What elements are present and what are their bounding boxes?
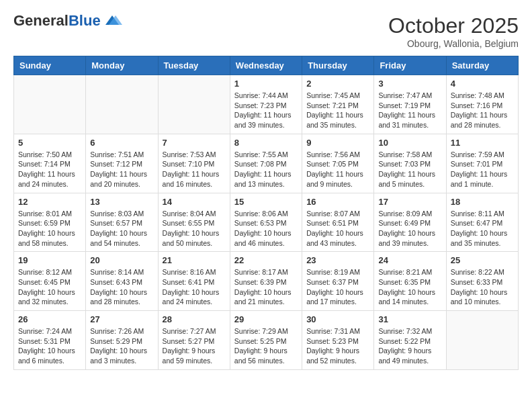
calendar-cell: 2Sunrise: 7:45 AMSunset: 7:21 PMDaylight… [302, 75, 374, 134]
day-info: Sunrise: 8:11 AMSunset: 6:47 PMDaylight:… [451, 209, 514, 248]
day-info: Sunrise: 7:29 AMSunset: 5:25 PMDaylight:… [234, 326, 298, 366]
day-info: Sunrise: 7:51 AMSunset: 7:12 PMDaylight:… [90, 150, 153, 189]
calendar-cell: 17Sunrise: 8:09 AMSunset: 6:49 PMDayligh… [374, 193, 446, 252]
calendar-cell: 23Sunrise: 8:19 AMSunset: 6:37 PMDayligh… [302, 252, 374, 311]
calendar-cell: 3Sunrise: 7:47 AMSunset: 7:19 PMDaylight… [374, 75, 446, 134]
day-number: 14 [163, 197, 226, 207]
col-monday: Monday [86, 56, 158, 75]
calendar-cell [446, 311, 518, 370]
logo-icon [102, 13, 122, 28]
calendar-cell: 29Sunrise: 7:29 AMSunset: 5:25 PMDayligh… [230, 311, 302, 370]
col-saturday: Saturday [446, 56, 518, 75]
calendar-week-3: 12Sunrise: 8:01 AMSunset: 6:59 PMDayligh… [14, 193, 519, 252]
calendar-cell: 5Sunrise: 7:50 AMSunset: 7:14 PMDaylight… [14, 134, 86, 193]
day-number: 7 [163, 138, 226, 148]
calendar-cell [86, 75, 158, 134]
title-area: October 2025 Obourg, Wallonia, Belgium [388, 13, 519, 49]
logo: GeneralBlue [13, 13, 122, 28]
calendar-cell: 21Sunrise: 8:16 AMSunset: 6:41 PMDayligh… [158, 252, 230, 311]
day-info: Sunrise: 7:48 AMSunset: 7:16 PMDaylight:… [451, 91, 514, 130]
day-number: 9 [306, 138, 369, 148]
day-number: 24 [378, 255, 441, 265]
day-info: Sunrise: 7:50 AMSunset: 7:14 PMDaylight:… [18, 150, 81, 189]
day-info: Sunrise: 8:04 AMSunset: 6:55 PMDaylight:… [163, 209, 226, 248]
calendar-week-1: 1Sunrise: 7:44 AMSunset: 7:23 PMDaylight… [14, 75, 519, 134]
day-info: Sunrise: 8:21 AMSunset: 6:35 PMDaylight:… [378, 267, 441, 307]
calendar-cell: 13Sunrise: 8:03 AMSunset: 6:57 PMDayligh… [86, 193, 158, 252]
calendar-cell: 10Sunrise: 7:58 AMSunset: 7:03 PMDayligh… [374, 134, 446, 193]
day-info: Sunrise: 7:31 AMSunset: 5:23 PMDaylight:… [306, 326, 369, 366]
page-header: GeneralBlue October 2025 Obourg, Walloni… [13, 13, 519, 49]
calendar-cell: 6Sunrise: 7:51 AMSunset: 7:12 PMDaylight… [86, 134, 158, 193]
day-number: 11 [451, 138, 514, 148]
day-number: 6 [90, 138, 153, 148]
calendar-week-5: 26Sunrise: 7:24 AMSunset: 5:31 PMDayligh… [14, 311, 519, 370]
day-info: Sunrise: 8:09 AMSunset: 6:49 PMDaylight:… [378, 209, 441, 248]
day-number: 1 [234, 79, 298, 89]
day-info: Sunrise: 7:59 AMSunset: 7:01 PMDaylight:… [451, 150, 514, 189]
calendar-table: Sunday Monday Tuesday Wednesday Thursday… [13, 56, 519, 370]
calendar-cell: 20Sunrise: 8:14 AMSunset: 6:43 PMDayligh… [86, 252, 158, 311]
day-info: Sunrise: 8:16 AMSunset: 6:41 PMDaylight:… [163, 267, 226, 307]
calendar-cell: 25Sunrise: 8:22 AMSunset: 6:33 PMDayligh… [446, 252, 518, 311]
col-sunday: Sunday [14, 56, 86, 75]
calendar-cell: 27Sunrise: 7:26 AMSunset: 5:29 PMDayligh… [86, 311, 158, 370]
day-info: Sunrise: 7:24 AMSunset: 5:31 PMDaylight:… [18, 326, 81, 366]
day-number: 22 [234, 255, 298, 265]
day-info: Sunrise: 7:45 AMSunset: 7:21 PMDaylight:… [306, 91, 369, 130]
calendar-cell: 14Sunrise: 8:04 AMSunset: 6:55 PMDayligh… [158, 193, 230, 252]
calendar-cell: 16Sunrise: 8:07 AMSunset: 6:51 PMDayligh… [302, 193, 374, 252]
calendar-cell: 4Sunrise: 7:48 AMSunset: 7:16 PMDaylight… [446, 75, 518, 134]
calendar-header-row: Sunday Monday Tuesday Wednesday Thursday… [14, 56, 519, 75]
day-info: Sunrise: 8:06 AMSunset: 6:53 PMDaylight:… [234, 209, 298, 248]
calendar-cell: 11Sunrise: 7:59 AMSunset: 7:01 PMDayligh… [446, 134, 518, 193]
day-info: Sunrise: 7:26 AMSunset: 5:29 PMDaylight:… [90, 326, 153, 366]
calendar-cell: 24Sunrise: 8:21 AMSunset: 6:35 PMDayligh… [374, 252, 446, 311]
day-number: 28 [163, 314, 226, 324]
day-number: 21 [163, 255, 226, 265]
calendar-cell: 31Sunrise: 7:32 AMSunset: 5:22 PMDayligh… [374, 311, 446, 370]
day-info: Sunrise: 7:53 AMSunset: 7:10 PMDaylight:… [163, 150, 226, 189]
day-number: 20 [90, 255, 153, 265]
day-info: Sunrise: 8:01 AMSunset: 6:59 PMDaylight:… [18, 209, 81, 248]
day-number: 27 [90, 314, 153, 324]
day-info: Sunrise: 7:44 AMSunset: 7:23 PMDaylight:… [234, 91, 298, 130]
calendar-cell: 19Sunrise: 8:12 AMSunset: 6:45 PMDayligh… [14, 252, 86, 311]
day-info: Sunrise: 8:17 AMSunset: 6:39 PMDaylight:… [234, 267, 298, 307]
day-number: 5 [18, 138, 81, 148]
calendar-cell: 28Sunrise: 7:27 AMSunset: 5:27 PMDayligh… [158, 311, 230, 370]
day-info: Sunrise: 8:19 AMSunset: 6:37 PMDaylight:… [306, 267, 369, 307]
day-info: Sunrise: 7:56 AMSunset: 7:05 PMDaylight:… [306, 150, 369, 189]
day-number: 8 [234, 138, 298, 148]
day-info: Sunrise: 8:14 AMSunset: 6:43 PMDaylight:… [90, 267, 153, 307]
col-thursday: Thursday [302, 56, 374, 75]
day-info: Sunrise: 7:47 AMSunset: 7:19 PMDaylight:… [378, 91, 441, 130]
day-number: 31 [378, 314, 441, 324]
day-number: 19 [18, 255, 81, 265]
calendar-cell [158, 75, 230, 134]
day-number: 15 [234, 197, 298, 207]
day-number: 2 [306, 79, 369, 89]
calendar-cell: 26Sunrise: 7:24 AMSunset: 5:31 PMDayligh… [14, 311, 86, 370]
logo-text: GeneralBlue [13, 13, 101, 28]
day-number: 16 [306, 197, 369, 207]
calendar-cell: 18Sunrise: 8:11 AMSunset: 6:47 PMDayligh… [446, 193, 518, 252]
day-info: Sunrise: 8:22 AMSunset: 6:33 PMDaylight:… [451, 267, 514, 307]
day-info: Sunrise: 7:58 AMSunset: 7:03 PMDaylight:… [378, 150, 441, 189]
day-number: 30 [306, 314, 369, 324]
day-info: Sunrise: 8:03 AMSunset: 6:57 PMDaylight:… [90, 209, 153, 248]
calendar-cell: 9Sunrise: 7:56 AMSunset: 7:05 PMDaylight… [302, 134, 374, 193]
day-number: 10 [378, 138, 441, 148]
calendar-cell: 30Sunrise: 7:31 AMSunset: 5:23 PMDayligh… [302, 311, 374, 370]
calendar-cell: 22Sunrise: 8:17 AMSunset: 6:39 PMDayligh… [230, 252, 302, 311]
day-info: Sunrise: 8:12 AMSunset: 6:45 PMDaylight:… [18, 267, 81, 307]
day-number: 26 [18, 314, 81, 324]
calendar-cell: 15Sunrise: 8:06 AMSunset: 6:53 PMDayligh… [230, 193, 302, 252]
calendar-cell [14, 75, 86, 134]
calendar-week-4: 19Sunrise: 8:12 AMSunset: 6:45 PMDayligh… [14, 252, 519, 311]
calendar-week-2: 5Sunrise: 7:50 AMSunset: 7:14 PMDaylight… [14, 134, 519, 193]
day-info: Sunrise: 8:07 AMSunset: 6:51 PMDaylight:… [306, 209, 369, 248]
location: Obourg, Wallonia, Belgium [388, 38, 519, 49]
day-number: 3 [378, 79, 441, 89]
day-number: 12 [18, 197, 81, 207]
